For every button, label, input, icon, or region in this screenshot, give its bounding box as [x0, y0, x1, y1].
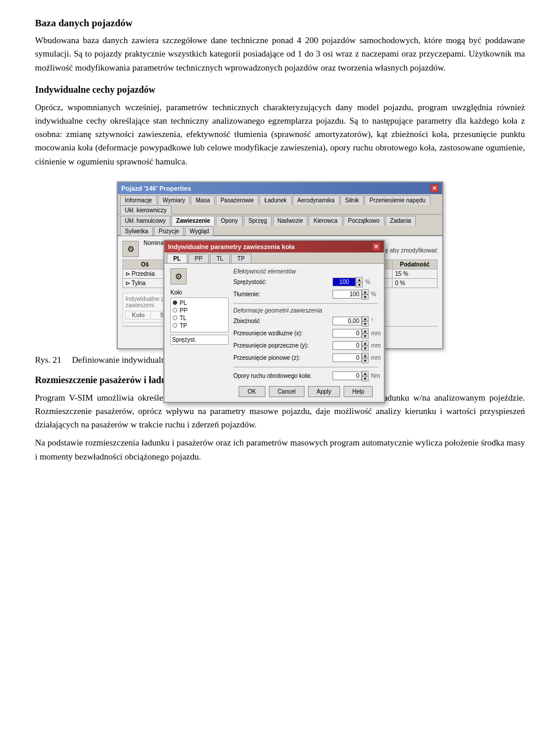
- figure-caption-label: Rys. 21: [35, 355, 61, 365]
- damping-up[interactable]: ▲: [362, 289, 369, 294]
- tab-aerodynamika[interactable]: Aerodynamika: [293, 195, 340, 205]
- springiness-down[interactable]: ▼: [356, 282, 363, 287]
- col-podatnosc: Podatność: [393, 259, 438, 269]
- inner-titlebar: Indywidualne parametry zawieszenia koła …: [164, 241, 384, 252]
- section2-heading: Indywidualne cechy pojazdów: [35, 83, 525, 97]
- paragraph-2: Oprócz, wspomnianych wcześniej, parametr…: [35, 101, 525, 169]
- page-content: Baza danych pojazdów Wbudowana baza dany…: [35, 17, 525, 464]
- tab-przeniesienie[interactable]: Przeniesienie napędu: [365, 195, 430, 205]
- toe-input[interactable]: [332, 317, 362, 325]
- toe-down[interactable]: ▼: [362, 321, 369, 327]
- springiness-up[interactable]: ▲: [356, 277, 363, 282]
- shift-z-input[interactable]: [332, 353, 362, 362]
- col-os: Oś: [123, 259, 167, 269]
- shift-x-down[interactable]: ▼: [362, 334, 369, 339]
- inner-icon-row: ⚙: [170, 268, 229, 285]
- tab-silnik[interactable]: Silnik: [341, 195, 364, 205]
- shift-x-input[interactable]: [332, 329, 362, 338]
- tab-nadwozie[interactable]: Nadwozie: [273, 216, 308, 226]
- tab-row-2: Ukł. hamulcowy Zawieszenie Opony Sprzęg …: [118, 215, 442, 236]
- toe-unit: °: [371, 318, 373, 324]
- wheel-item-tl[interactable]: TL: [173, 315, 226, 321]
- rotation-row: Opory ruchu obrotowego koła: ▲ ▼ Nm: [233, 371, 378, 381]
- inner-tab-pp[interactable]: PP: [188, 254, 209, 263]
- inner-help-button[interactable]: Help: [344, 386, 373, 397]
- damping-input[interactable]: [332, 290, 362, 299]
- damping-down[interactable]: ▼: [362, 294, 369, 300]
- shift-z-down[interactable]: ▼: [362, 358, 369, 363]
- cell-os-t: ⊳ Tylna: [123, 278, 167, 287]
- tab-ukladkierowniczy[interactable]: Ukł. kierowniczy: [120, 205, 172, 215]
- inner-columns: ⚙ Koło PL PP: [170, 268, 378, 397]
- cell-pod-t: 0 %: [393, 278, 438, 287]
- shift-x-unit: mm: [371, 330, 381, 336]
- shift-z-up[interactable]: ▲: [362, 353, 369, 358]
- inner-dialog-title: Indywidualne parametry zawieszenia koła: [168, 243, 295, 250]
- tab-zadania[interactable]: Zadania: [386, 216, 416, 226]
- shift-x-label: Przesunięcie wzdłużne (x):: [233, 330, 332, 336]
- cell-pod-p: 15 %: [393, 269, 438, 278]
- tab-pasazerowie[interactable]: Pasażerowie: [216, 195, 258, 205]
- tab-opony[interactable]: Opony: [216, 216, 242, 226]
- toe-up[interactable]: ▲: [362, 316, 369, 321]
- inner-tab-pl[interactable]: PL: [167, 254, 187, 263]
- inner-close-button[interactable]: ✕: [372, 243, 380, 251]
- dialog-wrapper: Pojazd '146' Properties ✕ Informacje Wym…: [117, 181, 443, 349]
- shift-x-row: Przesunięcie wzdłużne (x): ▲ ▼ mm: [233, 328, 378, 339]
- rotation-input[interactable]: [332, 371, 362, 380]
- wheel-item-pp[interactable]: PP: [173, 307, 226, 314]
- inner-apply-button[interactable]: Apply: [308, 386, 340, 397]
- tab-sprzeg[interactable]: Sprzęg: [244, 216, 272, 226]
- params-panel: Efektywność elementów Sprężystość: ▲ ▼ %: [233, 268, 378, 397]
- inner-ok-button[interactable]: OK: [239, 386, 265, 397]
- shift-x-up[interactable]: ▲: [362, 328, 369, 334]
- shift-y-up[interactable]: ▲: [362, 341, 369, 346]
- wheel-list: PL PP TL: [170, 297, 229, 332]
- tab-kierowca[interactable]: Kierowca: [309, 216, 342, 226]
- cell-os-p: ⊳ Przednia: [123, 269, 167, 278]
- effectiveness-section-label: Efektywność elementów: [233, 268, 378, 275]
- inner-btn-row: OK Cancel Apply Help: [233, 386, 378, 397]
- sprezyst-display: Sprężyst.: [170, 335, 229, 345]
- shift-y-input[interactable]: [332, 341, 362, 350]
- wheel-item-tp[interactable]: TP: [173, 322, 226, 329]
- springiness-spinner: ▲ ▼: [356, 277, 363, 287]
- tab-wymiary[interactable]: Wymiary: [158, 195, 190, 205]
- inner-dialog: Indywidualne parametry zawieszenia koła …: [163, 240, 385, 403]
- wheel-panel-label: Koło: [170, 289, 229, 296]
- tab-pozycje[interactable]: Pozycje: [154, 226, 184, 236]
- tab-ukladhamulcowy[interactable]: Ukł. hamulcowy: [120, 216, 170, 226]
- outer-titlebar: Pojazd '146' Properties ✕: [118, 183, 442, 194]
- inner-cancel-button[interactable]: Cancel: [269, 386, 304, 397]
- shift-z-label: Przesunięcie pionowe (z):: [233, 355, 332, 361]
- inner-tab-tl[interactable]: TL: [210, 254, 230, 263]
- rotation-unit: Nm: [371, 373, 380, 379]
- tab-informacje[interactable]: Informacje: [120, 195, 157, 205]
- tab-wyglad[interactable]: Wygląd: [185, 226, 214, 236]
- tab-ladunek[interactable]: Ładunek: [260, 195, 291, 205]
- wheel-radio-pp: [173, 308, 177, 313]
- tab-zawieszenie[interactable]: Zawieszenie: [172, 216, 215, 226]
- shift-y-down[interactable]: ▼: [362, 346, 369, 351]
- shift-y-row: Przesunięcie poprzeczne (y): ▲ ▼ mm: [233, 341, 378, 351]
- wheel-item-pl[interactable]: PL: [173, 300, 226, 306]
- shift-y-unit: mm: [371, 342, 381, 349]
- tab-sylwetka[interactable]: Sylwetka: [120, 226, 153, 236]
- rotation-down[interactable]: ▼: [362, 376, 369, 381]
- shift-x-spinner: ▲ ▼: [362, 328, 369, 339]
- indiv-col-kolo: Koło: [126, 311, 151, 319]
- wheel-radio-tp: [173, 323, 177, 328]
- paragraph-1: Wbudowana baza danych zawiera szczegółow…: [35, 34, 525, 75]
- tab-masa[interactable]: Masa: [191, 195, 214, 205]
- rotation-up[interactable]: ▲: [362, 371, 369, 376]
- toe-spinner: ▲ ▼: [362, 316, 369, 327]
- outer-close-button[interactable]: ✕: [430, 184, 439, 192]
- tab-row-1: Informacje Wymiary Masa Pasażerowie Ładu…: [118, 194, 442, 215]
- springiness-input[interactable]: [332, 278, 356, 286]
- outer-window-title: Pojazd '146' Properties: [121, 185, 191, 192]
- inner-tab-tp[interactable]: TP: [231, 254, 251, 263]
- tab-poczatkowo[interactable]: Początkowo: [344, 216, 384, 226]
- close-icon: ✕: [432, 185, 437, 191]
- rotation-label: Opory ruchu obrotowego koła:: [233, 373, 332, 379]
- damping-spinner: ▲ ▼: [362, 289, 369, 300]
